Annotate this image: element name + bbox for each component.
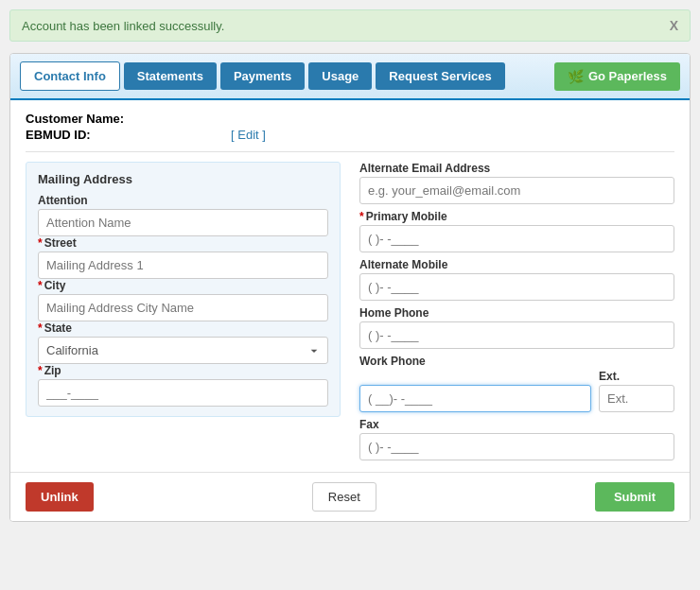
leaf-icon: 🌿	[568, 69, 584, 84]
zip-group: *Zip	[38, 364, 328, 407]
alt-email-group: Alternate Email Address	[359, 162, 674, 204]
divider-top	[26, 151, 674, 152]
alt-email-label: Alternate Email Address	[359, 162, 674, 175]
edit-link[interactable]: [ Edit ]	[231, 128, 266, 142]
unlink-button[interactable]: Unlink	[26, 482, 94, 512]
city-input[interactable]	[38, 294, 328, 321]
attention-label: Attention	[38, 194, 328, 207]
city-required-star: *	[38, 279, 43, 292]
alt-email-input[interactable]	[359, 177, 674, 204]
fax-group: Fax	[359, 418, 674, 460]
home-phone-input[interactable]	[359, 321, 674, 349]
ext-group: Ext.	[599, 370, 674, 412]
street-input[interactable]	[38, 252, 328, 279]
alert-message: Account has been linked successully.	[22, 19, 224, 33]
right-column: Alternate Email Address *Primary Mobile …	[359, 162, 674, 460]
alt-mobile-group: Alternate Mobile	[359, 258, 674, 301]
tab-payments[interactable]: Payments	[220, 62, 305, 90]
primary-mobile-input[interactable]	[359, 225, 674, 252]
main-card: Contact Info Statements Payments Usage R…	[9, 53, 691, 522]
reset-button[interactable]: Reset	[312, 482, 376, 512]
state-label: *State	[38, 321, 328, 335]
street-group: *Street	[38, 236, 328, 279]
tab-request-services[interactable]: Request Services	[376, 62, 504, 90]
state-required-star: *	[38, 321, 43, 335]
work-phone-group: Work Phone Ext.	[359, 355, 674, 412]
customer-info: Customer Name: EBMUD ID: [ Edit ]	[26, 112, 674, 142]
home-phone-group: Home Phone	[359, 306, 674, 349]
state-select[interactable]: California Arizona Nevada Oregon Washing…	[38, 337, 328, 364]
fax-input[interactable]	[359, 433, 674, 460]
alert-bar: Account has been linked successully. X	[9, 9, 691, 42]
form-grid: Mailing Address Attention *Street	[26, 162, 674, 460]
attention-input[interactable]	[38, 209, 328, 236]
tab-usage[interactable]: Usage	[308, 62, 372, 90]
footer-row: Unlink Reset Submit	[10, 472, 690, 521]
primary-mobile-required-star: *	[359, 210, 364, 223]
home-phone-label: Home Phone	[359, 306, 674, 320]
left-column: Mailing Address Attention *Street	[26, 162, 341, 460]
work-phone-label: Work Phone	[359, 355, 674, 368]
ext-input[interactable]	[599, 385, 674, 412]
alert-close-button[interactable]: X	[670, 18, 678, 33]
go-paperless-button[interactable]: 🌿 Go Paperless	[554, 62, 680, 91]
tab-contact-info[interactable]: Contact Info	[20, 61, 120, 91]
city-group: *City	[38, 279, 328, 321]
page-wrapper: Account has been linked successully. X C…	[9, 9, 691, 522]
fax-label: Fax	[359, 418, 674, 431]
zip-required-star: *	[38, 364, 43, 377]
attention-group: Attention	[38, 194, 328, 236]
state-group: *State California Arizona Nevada Oregon …	[38, 321, 328, 364]
city-label: *City	[38, 279, 328, 292]
tab-bar: Contact Info Statements Payments Usage R…	[10, 54, 690, 100]
mailing-section: Mailing Address Attention *Street	[26, 162, 341, 417]
work-phone-input[interactable]	[359, 385, 591, 412]
street-label: *Street	[38, 236, 328, 250]
ebmud-id-row: EBMUD ID: [ Edit ]	[26, 128, 674, 142]
ebmud-id-label: EBMUD ID:	[26, 128, 91, 142]
work-phone-row: Ext.	[359, 370, 674, 412]
submit-button[interactable]: Submit	[595, 482, 674, 512]
alt-mobile-label: Alternate Mobile	[359, 258, 674, 271]
go-paperless-label: Go Paperless	[588, 69, 667, 83]
ext-label: Ext.	[599, 370, 674, 383]
street-required-star: *	[38, 236, 43, 250]
customer-name-row: Customer Name:	[26, 112, 674, 126]
customer-name-label: Customer Name:	[26, 112, 124, 126]
tab-statements[interactable]: Statements	[124, 62, 217, 90]
primary-mobile-group: *Primary Mobile	[359, 210, 674, 252]
mailing-section-title: Mailing Address	[38, 172, 328, 186]
alt-mobile-input[interactable]	[359, 273, 674, 301]
card-body: Customer Name: EBMUD ID: [ Edit ]	[10, 100, 690, 472]
zip-label: *Zip	[38, 364, 328, 377]
zip-input[interactable]	[38, 379, 328, 407]
primary-mobile-label: *Primary Mobile	[359, 210, 674, 223]
